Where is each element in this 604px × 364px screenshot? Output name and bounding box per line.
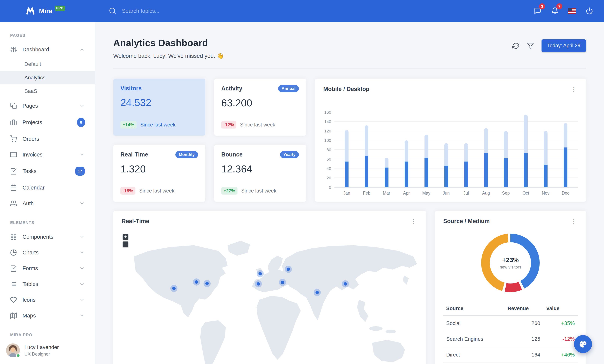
sidebar-subitem-analytics[interactable]: Analytics [0, 71, 95, 84]
sidebar-item-auth[interactable]: Auth [0, 196, 95, 211]
logout-button[interactable] [581, 0, 598, 22]
delta-chip: +14% [120, 121, 137, 128]
messages-count-badge: 3 [539, 3, 545, 9]
map-marker[interactable] [205, 282, 209, 285]
mobile-desktop-chart-card: Mobile / Desktop ⋮ 020406080100120140160… [315, 79, 586, 202]
map-marker[interactable] [344, 282, 347, 286]
sidebar-item-tables[interactable]: Tables [0, 276, 95, 292]
map-marker[interactable] [195, 280, 198, 284]
sidebar-item-label: Calendar [23, 184, 45, 191]
notifications-button[interactable]: 7 [546, 0, 564, 22]
map-marker[interactable] [287, 268, 290, 271]
table-header-revenue: Revenue [504, 302, 543, 315]
bar-jun[interactable] [444, 143, 448, 187]
bar-feb[interactable] [365, 125, 368, 187]
stat-value: 63.200 [221, 97, 299, 109]
check-square-icon [10, 265, 17, 272]
chevron-down-icon [79, 234, 85, 239]
x-tick-label: Jun [436, 191, 456, 196]
y-tick-label: 140 [324, 119, 331, 124]
cell-value: -12% [543, 331, 578, 347]
world-map[interactable]: + − [113, 230, 426, 364]
bar-apr[interactable] [405, 140, 408, 187]
sidebar-item-projects[interactable]: Projects8 [0, 114, 95, 131]
stat-title: Activity [221, 85, 242, 92]
sidebar-item-charts[interactable]: Charts [0, 245, 95, 260]
sidebar-item-components[interactable]: Components [0, 229, 95, 245]
search-input[interactable] [121, 8, 211, 14]
cell-source: Social [443, 315, 504, 331]
cell-revenue: 164 [504, 347, 543, 363]
map-marker[interactable] [315, 291, 319, 294]
bar-sep[interactable] [504, 131, 508, 187]
map-marker[interactable] [281, 281, 284, 284]
donut-chart: +23% new visitors [481, 234, 540, 292]
sidebar-item-label: Auth [23, 200, 34, 207]
bar-mar[interactable] [385, 158, 389, 188]
notifications-count-badge: 7 [556, 3, 562, 9]
grid-icon [10, 233, 17, 240]
sidebar: PAGESDashboardDefaultAnalyticsSaaSPagesP… [0, 22, 95, 364]
more-vertical-icon[interactable]: ⋮ [410, 218, 418, 224]
bar-oct[interactable] [524, 115, 528, 188]
sidebar-item-label: Projects [23, 119, 42, 126]
sidebar-subitem-saas[interactable]: SaaS [0, 84, 95, 98]
sidebar-item-dashboard[interactable]: Dashboard [0, 42, 95, 57]
sidebar-section-label: PAGES [0, 24, 95, 42]
sidebar-item-orders[interactable]: Orders [0, 131, 95, 147]
bar-may[interactable] [425, 135, 428, 187]
main-content: Analytics Dashboard Welcome back, Lucy! … [95, 22, 604, 364]
bar-aug[interactable] [484, 128, 488, 187]
bar-dec[interactable] [564, 123, 567, 188]
sidebar-item-maps[interactable]: Maps [0, 308, 95, 324]
stat-note: Since last week [139, 188, 175, 194]
x-tick-label: Feb [357, 191, 377, 196]
sidebar-item-label: Maps [23, 312, 36, 319]
bar-nov[interactable] [544, 131, 548, 187]
more-vertical-icon[interactable]: ⋮ [570, 218, 578, 224]
map-icon [10, 312, 17, 319]
bar-chart: 020406080100120140160 JanFebMarAprMayJun… [323, 108, 578, 196]
theme-customizer-button[interactable] [574, 335, 592, 353]
sidebar-item-tasks[interactable]: Tasks17 [0, 163, 95, 180]
map-marker[interactable] [172, 287, 176, 290]
brand[interactable]: Mira PRO [0, 6, 95, 16]
language-button[interactable] [564, 0, 581, 22]
sidebar-item-label: Tasks [23, 167, 36, 175]
map-zoom-in-button[interactable]: + [123, 234, 128, 239]
briefcase-icon [10, 119, 17, 126]
period-badge: Yearly [280, 151, 299, 158]
world-map-graphic [113, 230, 426, 364]
sidebar-item-icons[interactable]: Icons [0, 292, 95, 308]
x-tick-label: Jan [337, 191, 357, 196]
sidebar-item-forms[interactable]: Forms [0, 260, 95, 276]
date-range-button[interactable]: Today: April 29 [541, 39, 586, 52]
sidebar-item-calendar[interactable]: Calendar [0, 180, 95, 196]
sidebar-subitem-default[interactable]: Default [0, 57, 95, 71]
cell-source: Direct [443, 347, 504, 363]
sidebar-item-invoices[interactable]: Invoices [0, 147, 95, 163]
pro-badge: PRO [55, 6, 65, 11]
user-name: Lucy Lavender [24, 344, 59, 351]
refresh-button[interactable] [512, 42, 519, 49]
sidebar-user[interactable]: Lucy Lavender UX Designer [0, 338, 95, 364]
map-zoom-out-button[interactable]: − [123, 241, 128, 247]
table-header-value: Value [543, 302, 578, 315]
real-time-map-card: Real-Time ⋮ + − [113, 211, 426, 364]
filter-button[interactable] [527, 42, 534, 49]
stat-title: Real-Time [120, 151, 148, 158]
map-marker[interactable] [257, 282, 260, 286]
period-badge: Monthly [175, 151, 198, 158]
more-vertical-icon[interactable]: ⋮ [570, 86, 578, 92]
sidebar-item-pages[interactable]: Pages [0, 98, 95, 114]
map-marker[interactable] [258, 272, 262, 276]
bar-jan[interactable] [345, 130, 349, 187]
chevron-down-icon [79, 201, 85, 206]
pie-chart-icon [10, 249, 17, 256]
delta-chip: -12% [221, 121, 236, 128]
top-navbar: Mira PRO 3 7 [0, 0, 604, 22]
card-title: Real-Time [122, 218, 149, 225]
page-title: Analytics Dashboard [113, 38, 224, 48]
bar-jul[interactable] [464, 143, 468, 187]
messages-button[interactable]: 3 [529, 0, 546, 22]
